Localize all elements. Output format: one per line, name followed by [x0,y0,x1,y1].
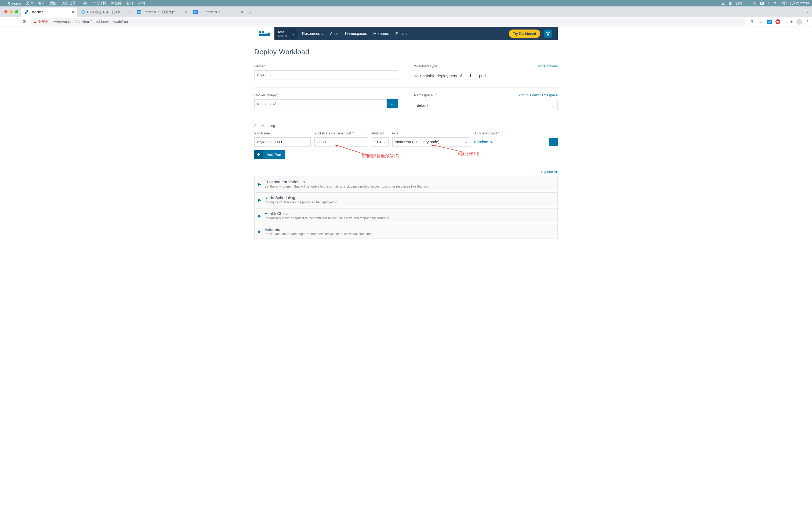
datetime[interactable]: 1月1日 周六 22:39 [780,1,809,6]
col-publish-port: Publish the container port * [315,132,368,135]
menu-tabs[interactable]: 标签页 [111,1,121,6]
menu-profiles[interactable]: 个人资料 [92,1,106,6]
processon-favicon-icon: On [193,10,198,14]
nav-tools[interactable]: Tools ⌄ [395,31,408,36]
chevron-down-icon: ⌄ [405,32,408,35]
svg-rect-6 [549,32,550,33]
accordion-desc: Configure what nodes the pods can be dep… [264,200,554,204]
accordion-title: Volumes [264,227,554,231]
accordion-env-vars[interactable]: ▶ Environment Variables Set the environm… [254,177,558,191]
nav-resources[interactable]: Resources ⌄ [302,31,323,36]
warning-icon: ▲ [33,19,37,24]
nav-apps[interactable]: Apps [330,31,338,36]
tab-overflow-button[interactable]: ⌄ [806,9,809,13]
macos-menubar: Chrome 文件 编辑 视图 历史记录 书签 个人资料 标签页 窗口 帮助 ☁… [0,0,812,6]
rancher-logo[interactable] [254,27,274,40]
rancher-favicon-icon: ▞ [24,10,28,14]
random-port-link[interactable]: Random ✎ [474,140,545,144]
add-port-label: Add Port [263,152,285,157]
remove-port-button[interactable]: − [549,138,558,146]
menu-view[interactable]: 视图 [50,1,57,6]
container-port-input[interactable] [315,137,368,147]
more-options-link[interactable]: More options [538,64,558,68]
menu-window[interactable]: 窗口 [126,1,133,6]
chevron-right-icon: ▶ [258,214,261,218]
try-dashboard-button[interactable]: Try Dashboard [509,30,540,38]
docker-image-input[interactable] [254,99,387,108]
tab-processon-1[interactable]: On 1 - ProcessOn × [190,7,246,17]
wechat-icon[interactable]: ☁ [721,1,725,5]
menubar-app-name[interactable]: Chrome [8,1,21,5]
plus-icon: + [254,150,263,159]
accordion-volumes[interactable]: ▶ Volumes Persist and share data separat… [254,224,558,239]
tab-strip: ▞ Rancher × 🌐 HTTP状态 404 - 未找到 × On Proc… [0,6,812,17]
chevron-down-icon: ⌄ [554,32,556,35]
user-menu[interactable]: ⌄ [544,30,556,37]
chevron-down-icon: ⌄ [292,32,294,35]
extensions-icon[interactable]: ✦ [790,19,793,24]
profile-avatar-icon[interactable] [796,19,802,25]
tab-close-button[interactable]: × [128,10,130,14]
back-button[interactable]: ← [3,18,9,25]
pod-count-input[interactable] [464,72,477,79]
namespace-select[interactable]: default [414,101,558,110]
reload-button[interactable]: ⟳ [21,18,27,25]
extension-abp-icon[interactable]: ABP [775,19,780,24]
accordion-node-scheduling[interactable]: ▶ Node Scheduling Configure what nodes t… [254,192,558,207]
address-bar[interactable]: ▲ 不安全 | https://master/p/c-w8mkf:p-zdbhn… [30,18,746,26]
nav-members[interactable]: Members [374,31,389,36]
tab-processon-files[interactable]: On ProcessOn - 我的文件 × [134,7,190,17]
tab-close-button[interactable]: × [72,10,74,14]
bookmark-star-button[interactable]: ☆ [758,18,764,25]
extension-jh-icon[interactable]: JH [767,19,772,24]
port-name-input[interactable] [254,137,311,147]
svg-rect-3 [267,33,270,36]
scalable-suffix: pod [479,74,486,78]
add-port-button[interactable]: + Add Port [254,150,285,159]
tab-http404[interactable]: 🌐 HTTP状态 404 - 未找到 × [77,7,134,17]
chevron-down-icon: ⌄ [321,32,323,35]
share-button[interactable]: ⇧ [749,18,755,25]
add-namespace-link[interactable]: Add to a new namespace [518,93,558,97]
menu-edit[interactable]: 编辑 [38,1,45,6]
name-label: Name* [254,64,398,68]
port-row: TCP ⌄ NodePort (On every node) ⌄ Random [254,137,558,147]
accordion-health-check[interactable]: ▶ Health Check Periodically make a reque… [254,208,558,223]
nav-namespaces[interactable]: Namespaces [345,31,367,36]
grid-icon[interactable]: ▦ [728,1,732,5]
name-input[interactable] [254,70,398,79]
menu-bookmarks[interactable]: 书签 [80,1,87,6]
workload-type-label: Workload Type [414,64,437,68]
menu-file[interactable]: 文件 [26,1,33,6]
chevron-right-icon: ▶ [258,198,261,202]
image-dropdown-button[interactable]: ⌄ [387,99,398,108]
forward-button[interactable]: → [12,18,18,25]
expand-all-link[interactable]: Expand All [541,170,558,174]
input-method-icon[interactable]: A [760,2,764,5]
tab-close-button[interactable]: × [185,10,187,14]
project-selector[interactable]: test Default ⌄ [274,28,297,39]
circle-icon[interactable]: ◎ [753,1,756,5]
reading-list-icon[interactable]: ◻ [784,19,787,24]
page-title: Deploy Workload [254,48,558,56]
window-close-button[interactable] [4,10,8,13]
tab-close-button[interactable]: × [241,10,243,14]
new-tab-button[interactable]: + [246,9,254,17]
chrome-window: ▞ Rancher × 🌐 HTTP状态 404 - 未找到 × On Proc… [0,6,812,251]
col-listening-port: On listening port * [474,132,545,135]
accordion-title: Node Scheduling [264,195,554,200]
tab-title: ProcessOn - 我的文件 [143,10,175,15]
protocol-select[interactable]: TCP [372,137,389,147]
battery-icon: ▭ [746,1,750,5]
chrome-menu-button[interactable]: ⋮ [806,19,809,24]
menu-history[interactable]: 历史记录 [61,1,75,6]
as-a-select[interactable]: NodePort (On every node) [392,137,470,147]
window-minimize-button[interactable] [10,10,13,13]
docker-image-label: Docker Image* [254,93,398,97]
tab-rancher[interactable]: ▞ Rancher × [21,7,77,17]
wifi-icon[interactable]: ⌔ [767,1,770,5]
menu-help[interactable]: 帮助 [138,1,145,6]
control-center-icon[interactable]: ⚙ [773,1,777,5]
window-maximize-button[interactable] [15,10,18,13]
col-port-name: Port Name [254,132,311,135]
